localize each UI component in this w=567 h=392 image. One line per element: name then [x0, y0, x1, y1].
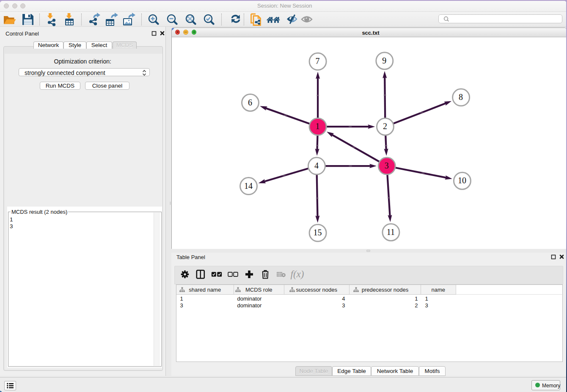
svg-text:f(x): f(x) — [291, 269, 304, 279]
